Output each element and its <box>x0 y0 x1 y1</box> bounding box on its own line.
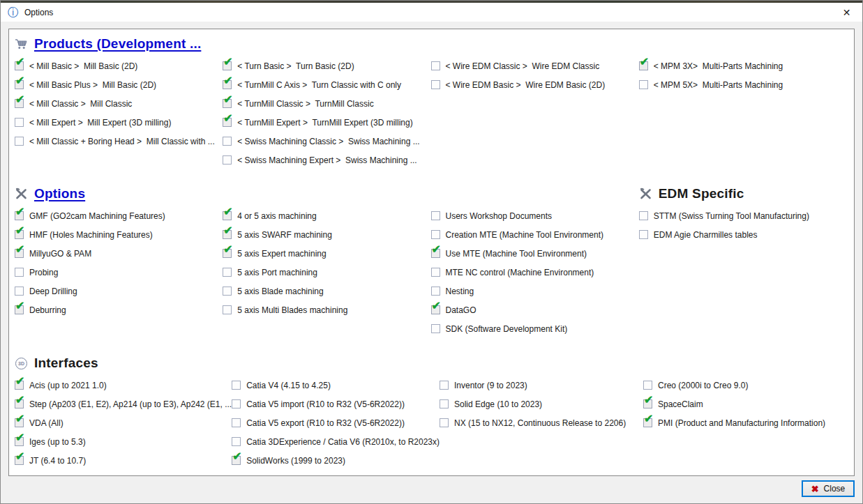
options-section-title[interactable]: Options <box>34 186 85 201</box>
checkbox-label: Catia V5 export (R10 to R32 (V5-6R2022)) <box>246 418 405 428</box>
check-icon: ✔ <box>223 244 232 255</box>
check-icon: ✔ <box>15 451 24 462</box>
checkbox[interactable] <box>15 287 24 296</box>
checkbox-row: NX (15 to NX12, Continuous Release to 22… <box>440 413 643 432</box>
checkbox-label: < Swiss Machining Classic > Swiss Machin… <box>237 137 419 146</box>
checkbox[interactable]: ✔ <box>15 305 24 314</box>
checkbox[interactable]: ✔ <box>15 61 24 70</box>
checkbox[interactable]: ✔ <box>223 249 232 258</box>
checkbox[interactable] <box>223 155 232 165</box>
checkbox[interactable]: ✔ <box>223 61 232 70</box>
checkbox-row: 5 axis Blade machining <box>223 282 430 300</box>
check-icon: ✔ <box>223 113 232 124</box>
checkbox[interactable] <box>232 381 241 390</box>
checkbox[interactable]: ✔ <box>431 249 440 258</box>
dialog-footer: ✖ Close <box>8 476 855 503</box>
checkbox[interactable] <box>440 418 449 427</box>
checkbox-label: 5 axis SWARF machining <box>237 230 332 240</box>
checkbox[interactable] <box>431 80 440 89</box>
checkbox-row: ✔Use MTE (Machine Tool Environment) <box>431 244 639 263</box>
checkbox[interactable]: ✔ <box>431 305 440 314</box>
interfaces-section-title: Interfaces <box>34 356 98 371</box>
checkbox[interactable] <box>431 268 440 277</box>
checkbox-label: 4 or 5 axis machining <box>237 211 316 221</box>
titlebar-close-button[interactable]: ✕ <box>831 3 862 22</box>
checkbox-label: GMF (GO2cam Machining Features) <box>29 211 165 221</box>
checkbox[interactable]: ✔ <box>15 381 24 390</box>
check-icon: ✔ <box>644 395 653 406</box>
checkbox-label: MTE NC control (Machine Environment) <box>446 268 594 277</box>
checkbox[interactable] <box>643 381 652 390</box>
tools-icon <box>15 188 28 201</box>
products-column: ✔< MPM 3X> Multi-Parts Machining< MPM 5X… <box>639 56 847 94</box>
checkbox[interactable] <box>431 211 440 220</box>
checkbox[interactable] <box>639 80 648 89</box>
checkbox-label: SolidWorks (1999 to 2023) <box>246 456 345 466</box>
interfaces-header: 3D Interfaces <box>15 354 847 372</box>
checkbox-row: Inventor (9 to 2023) <box>440 376 643 395</box>
license-panel: Products (Development ... ✔< Mill Basic … <box>8 29 855 476</box>
checkbox[interactable]: ✔ <box>223 99 232 108</box>
checkbox[interactable] <box>232 399 241 408</box>
checkbox-label: Users Workshop Documents <box>446 211 553 221</box>
checkbox[interactable]: ✔ <box>639 61 648 70</box>
titlebar: ⓘ Options ✕ <box>1 3 862 22</box>
checkbox[interactable] <box>232 437 241 446</box>
checkbox[interactable]: ✔ <box>643 399 652 408</box>
checkbox[interactable]: ✔ <box>15 399 24 408</box>
checkbox[interactable] <box>223 305 232 314</box>
checkbox[interactable] <box>431 61 440 70</box>
options-header-cell: Options <box>15 186 639 201</box>
checkbox[interactable]: ✔ <box>15 99 24 108</box>
checkbox-row: < Mill Expert > Mill Expert (3D milling) <box>15 113 223 132</box>
checkbox[interactable]: ✔ <box>15 418 24 427</box>
checkbox[interactable]: ✔ <box>223 211 232 220</box>
checkbox-row: Catia V4 (4.15 to 4.25) <box>232 376 440 395</box>
checkbox[interactable]: ✔ <box>15 211 24 220</box>
check-icon: ✔ <box>644 413 653 425</box>
products-section-title[interactable]: Products (Development ... <box>34 36 201 52</box>
check-icon: ✔ <box>432 300 441 312</box>
options-grid: ✔GMF (GO2cam Machining Features)✔HMF (Ho… <box>15 206 847 338</box>
checkbox[interactable] <box>639 211 648 220</box>
check-icon: ✔ <box>432 244 441 255</box>
checkbox-label: Acis (up to 2021 1.0) <box>29 381 107 390</box>
checkbox[interactable] <box>440 381 449 390</box>
checkbox-label: < Mill Expert > Mill Expert (3D milling) <box>29 118 171 128</box>
checkbox-row: ✔JT (6.4 to 10.7) <box>15 451 232 470</box>
checkbox-row: ✔Step (Ap203 (E1, E2), Ap214 (up to E3),… <box>15 395 232 413</box>
checkbox[interactable] <box>440 399 449 408</box>
checkbox-label: < TurnMill C Axis > Turn Classic with C … <box>237 80 401 90</box>
checkbox[interactable] <box>431 287 440 296</box>
checkbox-row: ✔4 or 5 axis machining <box>223 206 430 225</box>
close-button[interactable]: ✖ Close <box>802 480 855 497</box>
checkbox-row: MTE NC control (Machine Environment) <box>431 263 639 282</box>
check-icon: ✔ <box>15 94 24 105</box>
checkbox[interactable]: ✔ <box>232 456 241 465</box>
checkbox-label: < Wire EDM Basic > Wire EDM Basic (2D) <box>446 80 606 90</box>
checkbox[interactable]: ✔ <box>223 230 232 239</box>
checkbox[interactable]: ✔ <box>15 80 24 89</box>
checkbox[interactable]: ✔ <box>643 418 652 427</box>
checkbox[interactable] <box>639 230 648 239</box>
checkbox[interactable] <box>232 418 241 427</box>
checkbox[interactable] <box>223 137 232 146</box>
checkbox[interactable]: ✔ <box>15 230 24 239</box>
checkbox-label: < MPM 3X> Multi-Parts Machining <box>654 61 783 71</box>
checkbox[interactable]: ✔ <box>15 456 24 465</box>
checkbox[interactable]: ✔ <box>223 80 232 89</box>
checkbox[interactable] <box>223 287 232 296</box>
options-column: ✔GMF (GO2cam Machining Features)✔HMF (Ho… <box>15 206 223 319</box>
checkbox[interactable] <box>431 324 440 333</box>
checkbox-row: < Mill Classic + Boring Head > Mill Clas… <box>15 132 223 151</box>
checkbox[interactable] <box>431 230 440 239</box>
checkbox[interactable]: ✔ <box>223 118 232 127</box>
checkbox[interactable] <box>15 118 24 127</box>
check-icon: ✔ <box>15 413 24 425</box>
checkbox[interactable]: ✔ <box>15 437 24 446</box>
checkbox[interactable]: ✔ <box>15 249 24 258</box>
checkbox-row: ✔Acis (up to 2021 1.0) <box>15 376 232 395</box>
checkbox[interactable] <box>15 137 24 146</box>
checkbox[interactable] <box>223 268 232 277</box>
checkbox[interactable] <box>15 268 24 277</box>
